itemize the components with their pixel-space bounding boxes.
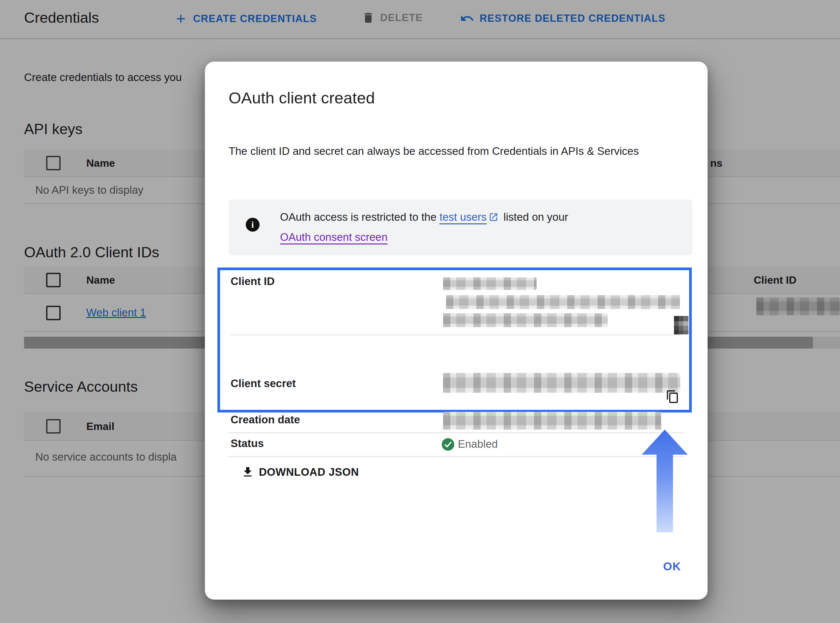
arrow-up-graphic bbox=[639, 428, 690, 534]
notice-post: listed on your bbox=[500, 211, 568, 223]
client-id-label: Client ID bbox=[231, 275, 275, 288]
client-secret-label: Client secret bbox=[231, 377, 296, 390]
test-users-link[interactable]: test users bbox=[440, 211, 486, 223]
oauth-consent-screen-link[interactable]: OAuth consent screen bbox=[280, 231, 388, 243]
creation-date-redacted-value bbox=[443, 412, 661, 430]
divider bbox=[228, 456, 684, 457]
status-value: Enabled bbox=[458, 438, 498, 450]
external-link-icon bbox=[489, 212, 498, 222]
client-id-redacted-line-2 bbox=[446, 295, 680, 309]
oauth-client-created-dialog: OAuth client created The client ID and s… bbox=[205, 61, 708, 600]
check-icon bbox=[442, 438, 454, 451]
dialog-title: OAuth client created bbox=[228, 89, 375, 107]
download-json-label: DOWNLOAD JSON bbox=[259, 466, 359, 478]
creation-date-label: Creation date bbox=[231, 413, 300, 426]
info-icon: i bbox=[246, 218, 259, 232]
divider bbox=[231, 335, 680, 335]
credentials-screen: Credentials CREATE CREDENTIALS DELETE RE… bbox=[0, 0, 840, 623]
client-id-redacted-line-1 bbox=[443, 278, 536, 290]
divider bbox=[228, 432, 684, 433]
dialog-body-text: The client ID and secret can always be a… bbox=[228, 141, 673, 161]
client-secret-redacted-value bbox=[443, 373, 680, 393]
download-json-button[interactable]: DOWNLOAD JSON bbox=[241, 465, 359, 479]
notice-text: OAuth access is restricted to the test u… bbox=[280, 207, 669, 247]
copy-icon[interactable] bbox=[666, 390, 679, 404]
status-label: Status bbox=[231, 437, 264, 450]
ok-button[interactable]: OK bbox=[663, 560, 681, 573]
notice-pre: OAuth access is restricted to the bbox=[280, 211, 440, 223]
client-id-copy-icon-redacted[interactable] bbox=[674, 316, 688, 335]
client-id-redacted-line-3 bbox=[443, 313, 608, 327]
download-icon bbox=[241, 465, 254, 479]
